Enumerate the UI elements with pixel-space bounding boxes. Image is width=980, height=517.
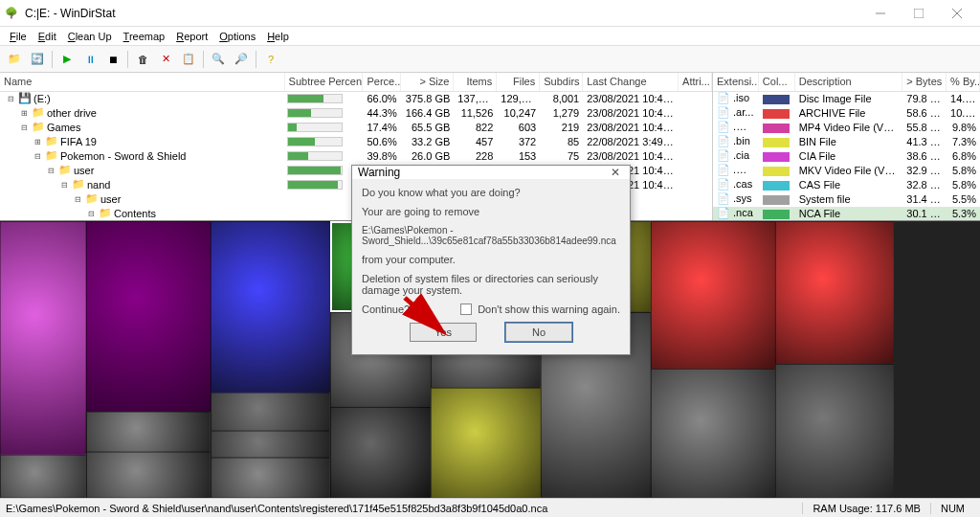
expand-icon[interactable]: ⊞ [33,137,43,147]
refresh-icon[interactable]: 🔄 [27,49,48,70]
pause-icon[interactable]: ⏸ [79,49,100,70]
ext-header[interactable]: Extensi... Col... Description > Bytes % … [713,73,980,92]
stop-icon[interactable]: ⏹ [102,49,123,70]
app-icon: 🌳 [4,6,19,21]
dialog-title: Warning [358,166,400,179]
expand-icon[interactable]: ⊟ [86,209,97,219]
treemap-block[interactable] [86,221,211,412]
treemap-block[interactable] [651,221,775,369]
tree-row[interactable]: ⊟Pokemon - Sword & Shield39.8%26.0 GB228… [0,149,712,164]
item-name: Contents [114,208,156,219]
ext-row[interactable]: .sysSystem file31.4 GB5.5% [713,192,980,207]
expand-icon[interactable]: ⊟ [19,123,30,133]
dialog-text: Your are going to remove [362,206,620,217]
item-name: Pokemon - Sword & Shield [60,150,186,162]
dialog-text: E:\Games\Pokemon - Sword_Shield...\39c65… [362,225,620,246]
tree-row[interactable]: ⊞FIFA 1950.6%33.2 GB4573728522/08/2021 3… [0,135,712,149]
folder-icon [45,135,58,148]
menubar: FileEditClean UpTreemapReportOptionsHelp [0,27,980,46]
folder-icon [32,106,45,120]
dont-show-checkbox[interactable] [460,303,472,315]
item-name: other drive [47,107,97,119]
minimize-button[interactable] [861,1,900,26]
props-icon[interactable]: 📋 [178,49,199,70]
treemap-block[interactable] [775,364,894,498]
zoom-out-icon[interactable]: 🔎 [231,49,252,70]
menu-options[interactable]: Options [213,29,261,44]
status-num: NUM [930,503,974,514]
ext-row[interactable]: .ciaCIA File38.6 GB6.8% [713,149,980,164]
treemap-block[interactable] [0,455,86,498]
file-icon [717,135,730,148]
menu-treemap[interactable]: Treemap [118,29,171,44]
ext-row[interactable]: .mp4MP4 Video File (VLC)55.8 GB9.8% [713,121,980,135]
expand-icon[interactable]: ⊟ [33,151,43,162]
tree-row[interactable]: ⊟Games17.4%65.5 GB82260321923/08/2021 10… [0,121,712,135]
warning-dialog: Warning ✕ Do you know what you are doing… [351,165,631,355]
treemap-block[interactable] [86,412,211,452]
treemap-block[interactable] [86,452,211,498]
folder-icon [85,192,99,206]
item-name: user [100,193,121,205]
expand-icon[interactable]: ⊟ [73,194,83,205]
help-icon[interactable]: ? [260,49,281,70]
file-icon [717,207,730,220]
color-swatch [763,152,790,162]
treemap-block[interactable] [211,221,330,393]
play-icon[interactable]: ▶ [56,49,78,70]
menu-report[interactable]: Report [170,29,213,44]
delete-icon[interactable]: ✕ [155,49,176,70]
color-swatch [763,95,790,104]
status-path: E:\Games\Pokemon - Sword & Shield\user\n… [6,503,802,514]
treemap-block[interactable] [0,221,86,455]
dialog-text: from your computer. [362,254,620,265]
tree-row[interactable]: ⊟(E:)66.0%375.8 GB137,577129,5768,00123/… [0,92,712,106]
dialog-text: Continue? [362,303,455,315]
ext-body[interactable]: .isoDisc Image File79.8 GB14.0% .ar...AR… [713,92,980,220]
close-icon[interactable]: ✕ [607,166,624,179]
treemap-block[interactable] [330,407,431,498]
item-name: user [74,165,94,176]
expand-icon[interactable]: ⊟ [59,180,70,191]
tree-header[interactable]: Name Subtree Percent... Perce... > Size … [0,73,712,92]
menu-edit[interactable]: Edit [33,29,62,44]
ext-row[interactable]: .ar...ARCHIVE File58.6 GB10.3% [713,106,980,121]
color-swatch [763,195,790,205]
no-button[interactable]: No [505,323,572,342]
treemap-block[interactable] [211,431,330,458]
dont-show-label: Don't show this warning again. [478,303,620,315]
treemap-block[interactable] [211,393,330,431]
open-icon[interactable]: 📁 [4,49,25,70]
maximize-button[interactable] [900,1,938,26]
ext-row[interactable]: .mkvMKV Video File (VLC)32.9 GB5.8% [713,164,980,178]
expand-icon[interactable]: ⊞ [19,108,30,119]
expand-icon[interactable]: ⊟ [6,94,16,104]
zoom-in-icon[interactable]: 🔍 [208,49,229,70]
color-swatch [763,124,790,133]
dialog-text: Deletion of system files or directories … [362,273,620,296]
yes-button[interactable]: Yes [410,323,477,342]
ext-row[interactable]: .binBIN File41.3 GB7.3% [713,135,980,149]
ext-row[interactable]: .isoDisc Image File79.8 GB14.0% [713,92,980,106]
dialog-text: Do you know what you are doing? [362,187,620,198]
treemap-block[interactable] [651,369,775,498]
treemap-block[interactable] [211,458,330,498]
treemap-block[interactable] [431,388,541,498]
menu-file[interactable]: File [4,29,33,44]
trash-icon[interactable]: 🗑 [132,49,153,70]
treemap-block[interactable] [775,221,894,364]
color-swatch [763,138,790,147]
ext-row[interactable]: .ncaNCA File30.1 GB5.3% [713,207,980,220]
file-icon [717,192,730,206]
tree-row[interactable]: ⊞other drive44.3%166.4 GB11,52610,2471,2… [0,106,712,121]
folder-icon [32,121,45,134]
close-button[interactable] [938,1,976,26]
ext-row[interactable]: .casCAS File32.8 GB5.8% [713,178,980,192]
menu-clean-up[interactable]: Clean Up [62,29,118,44]
file-icon [717,149,730,163]
color-swatch [763,167,790,176]
expand-icon[interactable]: ⊟ [46,166,56,176]
menu-help[interactable]: Help [261,29,295,44]
color-swatch [763,109,790,119]
extension-panel: Extensi... Col... Description > Bytes % … [713,73,980,220]
